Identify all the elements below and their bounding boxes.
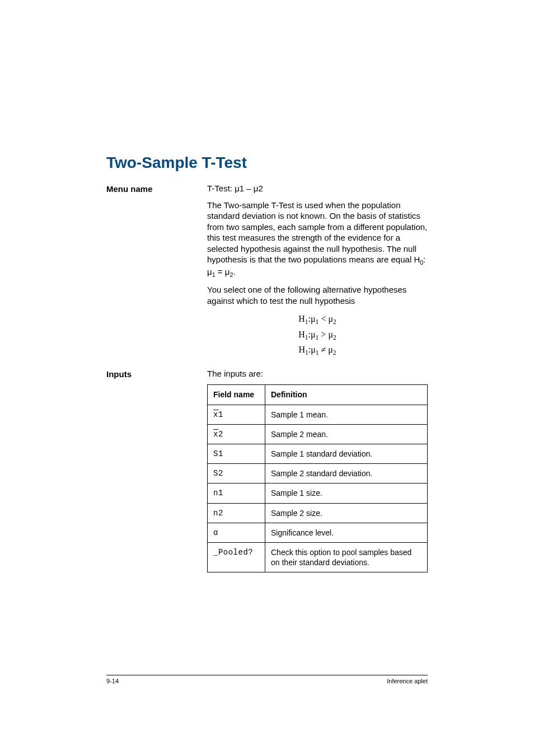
page-footer: 9-14 Inference aplet xyxy=(106,675,428,684)
definition-n1: Sample 1 size. xyxy=(265,483,428,503)
definition-s2: Sample 2 standard deviation. xyxy=(265,464,428,483)
field-n2: n2 xyxy=(208,503,265,523)
footer-page-number: 9-14 xyxy=(106,678,119,684)
field-pooled: _Pooled? xyxy=(208,542,265,572)
hypothesis-3: H1:μ1 ≠ μ2 xyxy=(207,342,428,358)
definition-pooled: Check this option to pool samples based … xyxy=(265,542,428,572)
inputs-table: Field name Definition x1 Sample 1 mean. … xyxy=(207,384,428,572)
document-page: Two-Sample T-Test Menu name T-Test: μ1 –… xyxy=(0,0,534,756)
table-row: n2 Sample 2 size. xyxy=(208,503,428,523)
table-row: S1 Sample 1 standard deviation. xyxy=(208,444,428,463)
menu-name-value: T-Test: μ1 – μ2 xyxy=(207,183,428,194)
table-row: n1 Sample 1 size. xyxy=(208,483,428,503)
menu-name-content: T-Test: μ1 – μ2 The Two-sample T-Test is… xyxy=(207,183,428,361)
field-alpha: α xyxy=(208,523,265,542)
table-row: α Significance level. xyxy=(208,523,428,542)
definition-x2: Sample 2 mean. xyxy=(265,424,428,444)
header-definition: Definition xyxy=(265,385,428,405)
page-title: Two-Sample T-Test xyxy=(106,154,428,172)
header-field: Field name xyxy=(208,385,265,405)
description-para1: The Two-sample T-Test is used when the p… xyxy=(207,200,428,279)
definition-alpha: Significance level. xyxy=(265,523,428,542)
inputs-label: Inputs xyxy=(106,368,207,379)
field-n1: n1 xyxy=(208,483,265,503)
menu-name-label: Menu name xyxy=(106,183,207,194)
table-row: x2 Sample 2 mean. xyxy=(208,424,428,444)
inputs-content: The inputs are: Field name Definition x1… xyxy=(207,368,428,572)
table-row: _Pooled? Check this option to pool sampl… xyxy=(208,542,428,572)
field-x1: x1 xyxy=(208,405,265,424)
table-header-row: Field name Definition xyxy=(208,385,428,405)
table-row: x1 Sample 1 mean. xyxy=(208,405,428,424)
field-x2: x2 xyxy=(208,424,265,444)
hypotheses-block: H1:μ1 < μ2 H1:μ1 > μ2 H1:μ1 ≠ μ2 xyxy=(207,312,428,358)
field-s2: S2 xyxy=(208,464,265,483)
inputs-intro: The inputs are: xyxy=(207,368,428,379)
inputs-section: Inputs The inputs are: Field name Defini… xyxy=(106,368,428,572)
field-s1: S1 xyxy=(208,444,265,463)
footer-section-name: Inference aplet xyxy=(387,678,428,684)
menu-name-section: Menu name T-Test: μ1 – μ2 The Two-sample… xyxy=(106,183,428,361)
hypothesis-2: H1:μ1 > μ2 xyxy=(207,327,428,343)
definition-s1: Sample 1 standard deviation. xyxy=(265,444,428,463)
definition-n2: Sample 2 size. xyxy=(265,503,428,523)
definition-x1: Sample 1 mean. xyxy=(265,405,428,424)
hypothesis-1: H1:μ1 < μ2 xyxy=(207,312,428,327)
table-row: S2 Sample 2 standard deviation. xyxy=(208,464,428,483)
description-para2: You select one of the following alternat… xyxy=(207,284,428,306)
